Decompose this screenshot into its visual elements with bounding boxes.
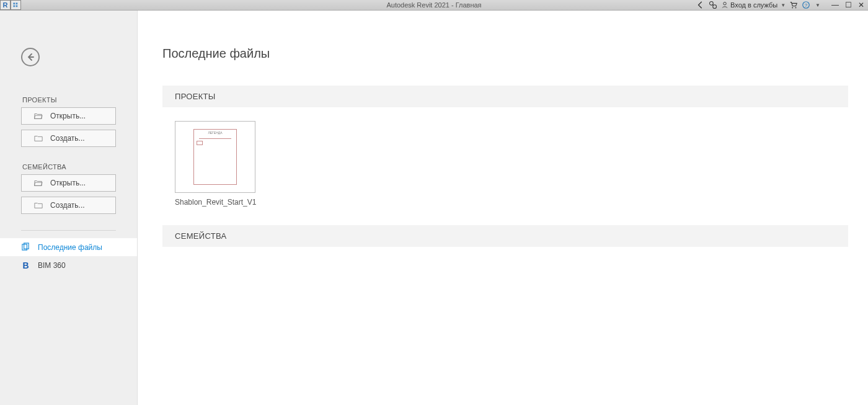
back-button[interactable] — [21, 48, 40, 66]
svg-rect-2 — [13, 5, 15, 7]
folder-open-icon — [34, 112, 43, 120]
projects-panel-header: ПРОЕКТЫ — [162, 86, 848, 107]
window-controls: — ☐ ✕ — [831, 1, 864, 9]
help-icon[interactable]: ? — [802, 1, 810, 9]
sidebar-projects-section: ПРОЕКТЫ Открыть... Создать... — [0, 96, 137, 152]
cart-icon[interactable] — [789, 1, 798, 9]
recent-projects-row: ЛЕГЕНДА Shablon_Revit_Start_V1 — [162, 107, 848, 225]
svg-point-5 — [713, 5, 717, 9]
close-button[interactable]: ✕ — [858, 1, 864, 9]
nav-bim360[interactable]: B BIM 360 — [0, 256, 137, 274]
revit-logo-icon[interactable]: R — [0, 0, 11, 10]
search-icon[interactable] — [709, 1, 717, 9]
folder-icon — [34, 135, 43, 142]
svg-rect-1 — [16, 2, 18, 4]
file-name-label: Shablon_Revit_Start_V1 — [175, 198, 255, 207]
titlebar-right: Вход в службы ▼ ? ▼ — ☐ ✕ — [696, 1, 868, 9]
sidebar-divider — [21, 230, 116, 231]
create-family-button[interactable]: Создать... — [21, 197, 116, 214]
minimize-button[interactable]: — — [831, 1, 839, 9]
open-family-button[interactable]: Открыть... — [21, 174, 116, 192]
window-title: Autodesk Revit 2021 - Главная — [386, 1, 481, 9]
nav-recent-files[interactable]: Последние файлы — [0, 238, 137, 256]
families-panel-header: СЕМЕЙСТВА — [162, 225, 848, 247]
svg-rect-3 — [16, 5, 18, 7]
open-family-label: Открыть... — [50, 179, 86, 187]
file-preview: ЛЕГЕНДА — [175, 121, 255, 193]
bim360-icon: B — [21, 260, 30, 270]
signin-button[interactable]: Вход в службы ▼ — [721, 1, 786, 9]
sidebar-families-section: СЕМЕЙСТВА Открыть... Создать... — [0, 163, 137, 219]
recent-file-thumb[interactable]: ЛЕГЕНДА Shablon_Revit_Start_V1 — [175, 121, 255, 207]
sidebar: ПРОЕКТЫ Открыть... Создать... СЕМЕЙСТВА — [0, 11, 138, 405]
create-project-label: Создать... — [50, 134, 85, 143]
folder-icon — [34, 202, 43, 209]
preview-caption: ЛЕГЕНДА — [199, 131, 231, 139]
title-bar: R Autodesk Revit 2021 - Главная Вход в с… — [0, 0, 868, 11]
svg-point-7 — [724, 2, 727, 6]
svg-point-9 — [795, 7, 797, 9]
nav-bim360-label: BIM 360 — [38, 261, 66, 270]
svg-text:?: ? — [805, 2, 808, 8]
svg-rect-0 — [13, 2, 15, 4]
page-title: Последние файлы — [162, 47, 848, 61]
chevron-down-icon: ▼ — [781, 2, 786, 8]
back-arrow-icon[interactable] — [696, 1, 705, 9]
main-content: Последние файлы ПРОЕКТЫ ЛЕГЕНДА Shablon_… — [138, 11, 868, 405]
home-icon[interactable] — [11, 0, 21, 10]
open-project-button[interactable]: Открыть... — [21, 107, 116, 125]
help-chevron-down-icon[interactable]: ▼ — [815, 2, 820, 8]
folder-open-icon — [34, 179, 43, 187]
maximize-button[interactable]: ☐ — [845, 1, 852, 9]
create-project-button[interactable]: Создать... — [21, 130, 116, 147]
svg-line-6 — [713, 5, 714, 6]
titlebar-left: R — [0, 0, 21, 10]
signin-label: Вход в службы — [730, 1, 777, 9]
nav-recent-label: Последние файлы — [38, 243, 102, 252]
projects-section-label: ПРОЕКТЫ — [0, 96, 137, 107]
svg-point-4 — [710, 1, 714, 5]
create-family-label: Создать... — [50, 201, 85, 210]
svg-point-8 — [792, 7, 793, 9]
recent-files-icon — [21, 243, 30, 252]
open-project-label: Открыть... — [50, 112, 86, 120]
families-section-label: СЕМЕЙСТВА — [0, 163, 137, 174]
